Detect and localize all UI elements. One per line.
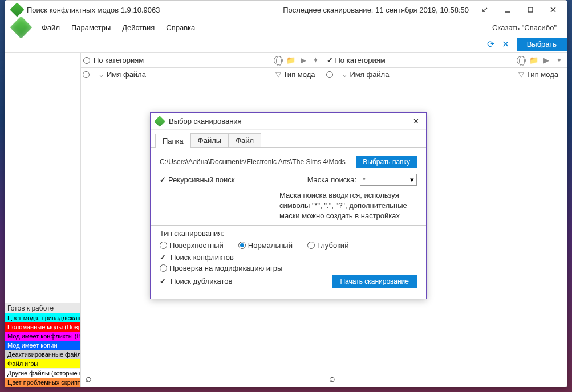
dialog-tabs: Папка Файлы Файл (151, 130, 426, 148)
category-radio-off[interactable] (83, 57, 90, 64)
refresh-icon[interactable]: ⟳ (484, 37, 498, 52)
right-pane-header: ✓ По категориям 📁 ▶ ✦ (324, 53, 567, 68)
left-sidebar: Готов к работе Цвет мода, принадлежащег … (5, 53, 80, 387)
left-footer: ⌕ (81, 370, 324, 387)
legend-game-file: Файл игры (5, 359, 80, 368)
recursive-label: Рекурсивный поиск (168, 175, 235, 184)
col-modtype[interactable]: ▽Тип мода (273, 70, 324, 79)
close-button[interactable] (542, 2, 565, 18)
minimize-button[interactable] (496, 2, 519, 18)
undo-icon[interactable] (473, 2, 496, 18)
play-icon[interactable]: ▶ (541, 55, 552, 66)
mask-value: * (363, 175, 366, 184)
thanks-link[interactable]: Сказать "Спасибо" (486, 21, 562, 34)
folder-icon[interactable]: 📁 (285, 55, 297, 66)
search-icon[interactable]: ⌕ (86, 373, 92, 385)
legend-scripts: Цвет проблемных скриптов (5, 378, 80, 387)
filter-icon: ▽ (275, 70, 281, 79)
sort-icon: ⌄ (342, 70, 348, 79)
right-footer: ⌕ (324, 370, 567, 387)
mask-select[interactable]: * ▾ (360, 174, 417, 186)
scan-dialog: Выбор сканирования ✕ Папка Файлы Файл C:… (150, 112, 427, 299)
mask-note: Маска поиска вводится, используя символы… (160, 190, 417, 222)
legend-broken: Поломанные моды (Повре (5, 322, 80, 332)
menu-help[interactable]: Справка (160, 21, 201, 34)
chevron-down-icon: ▾ (410, 175, 414, 184)
gear-icon[interactable]: ✦ (553, 55, 565, 66)
sort-icon: ⌄ (98, 70, 104, 79)
search-icon[interactable]: ⌕ (329, 373, 335, 385)
dialog-body: C:\Users\Алёна\Documents\Electronic Arts… (151, 148, 426, 299)
col-filename[interactable]: ⌄Имя файла (338, 70, 516, 79)
row-radio[interactable] (326, 71, 333, 78)
check-duplicates[interactable]: ✓Поиск дубликатов (160, 277, 232, 285)
dialog-close-button[interactable]: ✕ (409, 117, 423, 125)
folder-icon[interactable]: 📁 (528, 55, 539, 66)
gear-icon[interactable]: ✦ (310, 55, 322, 66)
svg-rect-1 (528, 7, 533, 12)
recursive-check[interactable]: ✓ (160, 175, 166, 184)
col-filename[interactable]: ⌄Имя файла (95, 70, 273, 79)
legend-deactivated: Деактивированные файлы (5, 350, 80, 359)
check-game-mod[interactable]: Проверка на модификацию игры (160, 264, 417, 272)
menubar: Файл Параметры Действия Справка Сказать … (5, 19, 567, 36)
app-logo (11, 17, 31, 38)
left-columns: ⌄Имя файла ▽Тип мода (81, 68, 324, 81)
right-columns: ⌄Имя файла ▽Тип мода (324, 68, 567, 81)
left-pane-header: По категориям 📁 ▶ ✦ (81, 53, 324, 68)
row-radio[interactable] (83, 71, 90, 78)
titlebar: Поиск конфликтных модов 1.9.10.9063 Посл… (5, 1, 567, 19)
maximize-button[interactable] (519, 2, 542, 18)
menu-params[interactable]: Параметры (66, 21, 116, 34)
scan-type-radios: Поверхностный Нормальный Глубокий (160, 241, 417, 250)
mask-label: Маска поиска: (307, 175, 356, 184)
radio-deep[interactable]: Глубокий (307, 241, 348, 250)
play-icon[interactable]: ▶ (298, 55, 309, 66)
menu-file[interactable]: Файл (36, 21, 66, 34)
legend-copies: Мод имеет копии (5, 341, 80, 350)
tab-files[interactable]: Файлы (190, 133, 229, 147)
globe-icon[interactable] (516, 55, 527, 66)
right-category-label: По категориям (335, 56, 516, 64)
clear-icon[interactable]: ✕ (498, 37, 513, 52)
status-bar: Готов к работе (5, 303, 80, 313)
path-display: C:\Users\Алёна\Documents\Electronic Arts… (160, 158, 351, 166)
choose-folder-button[interactable]: Выбрать папку (356, 156, 417, 168)
dialog-title: Выбор сканирования (169, 117, 409, 125)
radio-normal[interactable]: Нормальный (238, 241, 293, 250)
legend-owner-color: Цвет мода, принадлежащег (5, 313, 80, 322)
app-icon (11, 3, 23, 16)
select-button[interactable]: Выбрать (517, 38, 567, 51)
legend-conflicts: Мод имеет конфликты (Вкл (5, 332, 80, 341)
start-scan-button[interactable]: Начать сканирование (332, 275, 417, 288)
dialog-icon (154, 116, 165, 127)
legend-other: Другие файлы (которые не (5, 368, 80, 378)
globe-icon[interactable] (273, 55, 284, 66)
dialog-titlebar: Выбор сканирования ✕ (151, 113, 426, 130)
last-scan-label: Последнее сканирование: 11 сентября 2019… (283, 6, 469, 14)
col-modtype[interactable]: ▽Тип мода (516, 70, 567, 79)
scan-type-label: Тип сканирования: (160, 229, 417, 238)
window-title: Поиск конфликтных модов 1.9.10.9063 (27, 6, 160, 14)
category-check[interactable]: ✓ (327, 56, 333, 64)
check-conflicts[interactable]: ✓Поиск конфликтов (160, 253, 417, 262)
tab-file[interactable]: Файл (228, 133, 261, 147)
menu-actions[interactable]: Действия (116, 21, 160, 34)
toolbar: ⟳ ✕ Выбрать (5, 36, 567, 53)
radio-surface[interactable]: Поверхностный (160, 241, 224, 250)
filter-icon: ▽ (518, 70, 524, 79)
left-category-label: По категориям (94, 56, 273, 64)
tab-folder[interactable]: Папка (155, 134, 191, 148)
